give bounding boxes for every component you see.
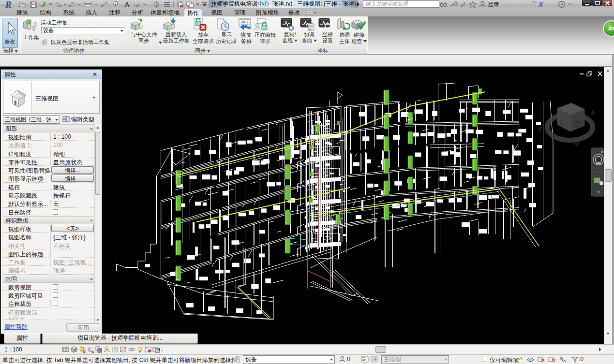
svg-text:S: S: [88, 348, 90, 352]
svg-text:A: A: [125, 1, 130, 8]
svg-text:R: R: [5, 0, 12, 9]
svg-text:前: 前: [574, 119, 582, 129]
svg-text:?: ?: [561, 2, 563, 7]
svg-text:X: X: [538, 0, 544, 8]
svg-text:东: 东: [589, 109, 597, 116]
